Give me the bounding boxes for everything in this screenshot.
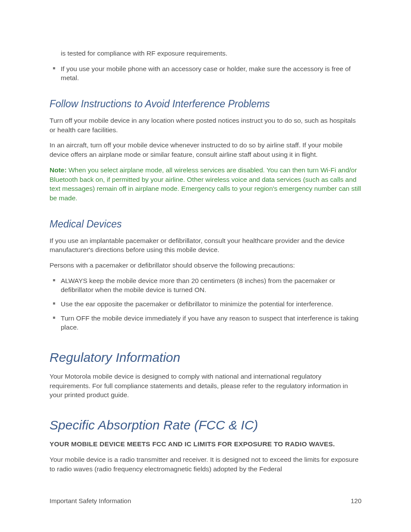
note-text: When you select airplane mode, all wirel… (50, 166, 361, 202)
list-item: If you use your mobile phone with an acc… (61, 64, 361, 83)
page-footer: Important Safety Information 120 (50, 497, 361, 504)
bold-subheading: YOUR MOBILE DEVICE MEETS FCC AND IC LIMI… (50, 439, 361, 449)
footer-page-number: 120 (351, 497, 361, 504)
heading-regulatory-information: Regulatory Information (50, 350, 361, 365)
intro-bullet-list: If you use your mobile phone with an acc… (50, 64, 361, 83)
page-content: is tested for compliance with RF exposur… (0, 0, 411, 473)
heading-interference: Follow Instructions to Avoid Interferenc… (50, 98, 361, 110)
heading-sar: Specific Absorption Rate (FCC & IC) (50, 418, 361, 432)
heading-medical-devices: Medical Devices (50, 218, 361, 230)
medical-bullet-list: ALWAYS keep the mobile device more than … (50, 276, 361, 332)
body-paragraph: Turn off your mobile device in any locat… (50, 116, 361, 134)
body-paragraph: If you use an implantable pacemaker or d… (50, 236, 361, 255)
body-paragraph: Persons with a pacemaker or defibrillato… (50, 261, 361, 270)
body-paragraph: In an aircraft, turn off your mobile dev… (50, 140, 361, 159)
list-item: Turn OFF the mobile device immediately i… (61, 314, 361, 332)
body-paragraph: Your Motorola mobile device is designed … (50, 372, 361, 400)
list-item: Use the ear opposite the pacemaker or de… (61, 299, 361, 309)
list-item: ALWAYS keep the mobile device more than … (61, 276, 361, 295)
note-paragraph: Note: When you select airplane mode, all… (50, 165, 361, 203)
body-paragraph: Your mobile device is a radio transmitte… (50, 455, 361, 473)
continued-paragraph: is tested for compliance with RF exposur… (50, 49, 361, 58)
footer-title: Important Safety Information (50, 497, 131, 504)
note-label: Note: (50, 166, 67, 174)
